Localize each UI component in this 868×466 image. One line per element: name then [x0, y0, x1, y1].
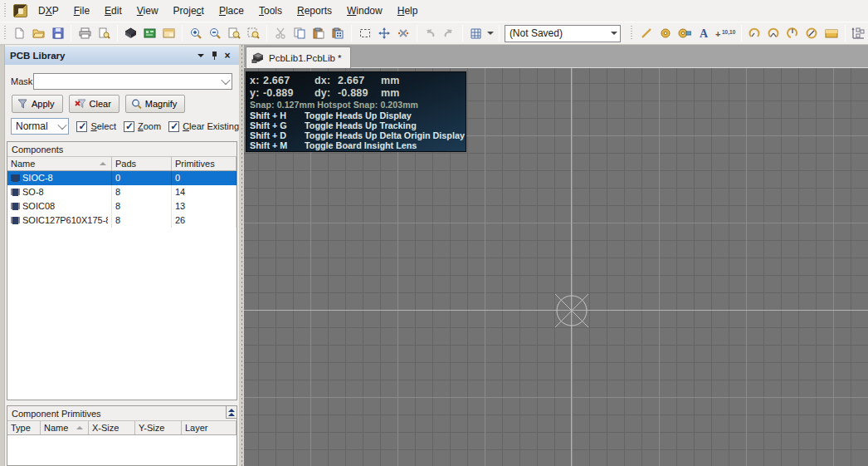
select-checkbox-box[interactable] [76, 121, 87, 132]
hud-x-value: 2.667 [263, 75, 303, 86]
svg-text:10,10: 10,10 [722, 29, 736, 36]
deselect-all-icon[interactable] [393, 23, 412, 43]
move-object-icon[interactable] [374, 23, 393, 43]
component-row-soic08[interactable]: SOIC08 8 13 [7, 199, 237, 213]
clear-button[interactable]: Clear [69, 95, 119, 113]
apply-button-label: Apply [32, 99, 55, 109]
filter-mode-dropdown-icon[interactable] [56, 119, 68, 134]
column-x-size[interactable]: X-Size [89, 421, 135, 434]
mask-row: Mask [5, 73, 239, 90]
filter-mode-combobox[interactable]: Normal [11, 118, 69, 135]
workspace-panels-icon[interactable] [159, 23, 178, 43]
zoom-selection-icon[interactable] [244, 23, 263, 43]
view-3d-icon[interactable] [121, 23, 140, 43]
zoom-out-icon[interactable] [206, 23, 225, 43]
toolbar-grip[interactable] [2, 26, 7, 41]
menu-place[interactable]: Place [212, 2, 251, 20]
component-row-sioc-8[interactable]: SIOC-8 0 0 [7, 171, 237, 185]
copy-icon[interactable] [290, 23, 309, 43]
filter-buttons: Apply Clear Magnify [5, 95, 239, 113]
component-primitives-section: Component Primitives Type Name X-Size Y-… [7, 405, 237, 466]
cut-icon[interactable] [271, 23, 290, 43]
column-name[interactable]: Name [7, 157, 112, 170]
column-primitives[interactable]: Primitives [172, 157, 237, 170]
print-icon[interactable] [75, 23, 94, 43]
sort-ascending-icon [100, 162, 106, 165]
zoom-checkbox-label: Zoom [138, 121, 161, 131]
menu-file[interactable]: File [66, 2, 97, 20]
place-arc-center-icon[interactable] [745, 23, 764, 43]
select-area-icon[interactable] [355, 23, 374, 43]
select-checkbox[interactable]: Select [76, 121, 116, 132]
place-line-icon[interactable] [636, 23, 656, 43]
zoom-checkbox-box[interactable] [124, 121, 134, 132]
component-row-so-8[interactable]: SO-8 8 14 [7, 185, 237, 199]
place-arc-edge-icon[interactable] [764, 23, 783, 43]
mask-label: Mask [5, 76, 33, 86]
apply-button[interactable]: Apply [12, 95, 63, 113]
place-string-icon[interactable]: A [695, 23, 714, 43]
panel-close-icon[interactable]: × [221, 49, 234, 62]
panel-pin-icon[interactable] [207, 49, 221, 62]
column-y-size[interactable]: Y-Size [135, 421, 182, 434]
menu-help[interactable]: Help [390, 2, 426, 20]
components-table-body: SIOC-8 0 0 SO-8 8 14 SOIC08 8 13 SOIC127… [7, 171, 237, 400]
clear-existing-checkbox-box[interactable] [168, 121, 179, 132]
save-document-icon[interactable] [48, 23, 67, 43]
menu-edit[interactable]: Edit [97, 2, 129, 20]
menu-bar: DXP File Edit View Project Place Tools R… [0, 0, 868, 22]
paste-icon[interactable] [310, 23, 329, 43]
components-column-header: Name Pads Primitives [7, 157, 237, 171]
menu-window[interactable]: Window [339, 2, 390, 20]
column-pads[interactable]: Pads [112, 157, 172, 170]
select-checkbox-label: Select [90, 121, 116, 131]
magnify-button[interactable]: Magnify [125, 95, 186, 113]
zoom-in-icon[interactable] [186, 23, 205, 43]
column-type[interactable]: Type [7, 421, 41, 434]
footprint-icon [11, 216, 20, 225]
clear-button-label: Clear [90, 99, 111, 109]
collapse-section-icon[interactable] [226, 405, 237, 419]
magnify-button-label: Magnify [145, 99, 178, 109]
clear-existing-checkbox[interactable]: Clear Existing [168, 121, 239, 132]
undo-icon[interactable] [421, 23, 440, 43]
footprint-icon [11, 174, 20, 183]
hud-shortcut-row: Shift + MToggle Board Insight Lens [250, 140, 466, 150]
component-row-soic127p610x175[interactable]: SOIC127P610X175-8N 8 26 [7, 213, 237, 228]
panel-menu-icon[interactable] [194, 49, 207, 62]
grid-preset-combo[interactable]: (Not Saved) [505, 25, 621, 42]
menubar-grip[interactable] [2, 3, 7, 18]
place-coordinate-icon[interactable]: +10,10 [714, 23, 738, 43]
zoom-checkbox[interactable]: Zoom [124, 121, 161, 132]
filter-options-row: Normal Select Zoom Clear Existing [5, 118, 239, 135]
place-fill-icon[interactable] [822, 23, 841, 43]
document-tab[interactable]: PcbLib1.PcbLib * [246, 47, 351, 68]
redo-icon[interactable] [440, 23, 459, 43]
mask-dropdown-icon[interactable] [219, 74, 232, 89]
new-document-icon[interactable] [10, 23, 29, 43]
place-pad-icon[interactable] [656, 23, 675, 43]
grid-preset-arrow-icon[interactable] [607, 26, 620, 42]
pcb-editor-canvas[interactable]: x:2.667 dx:2.667 mm y:-0.889 dy:-0.889 m… [244, 68, 868, 466]
snap-grid-dropdown[interactable] [485, 23, 495, 43]
snap-grid-icon[interactable] [466, 23, 485, 43]
column-prim-name[interactable]: Name [41, 421, 89, 434]
menu-view[interactable]: View [129, 2, 166, 20]
placement-toolbar-grip[interactable] [629, 26, 634, 41]
array-tool-icon[interactable] [849, 23, 868, 43]
column-layer[interactable]: Layer [182, 421, 237, 434]
menu-dxp[interactable]: DXP [31, 2, 66, 20]
place-via-icon[interactable] [675, 23, 694, 43]
mask-combobox[interactable] [33, 73, 232, 90]
print-preview-icon[interactable] [95, 23, 114, 43]
place-full-circle-icon[interactable] [802, 23, 822, 43]
menu-project[interactable]: Project [166, 2, 212, 20]
dxp-logo-icon[interactable] [13, 4, 27, 17]
browse-pcb-icon[interactable] [140, 23, 159, 43]
place-arc-angle-icon[interactable] [783, 23, 802, 43]
menu-tools[interactable]: Tools [251, 2, 290, 20]
paste-array-icon[interactable] [329, 23, 348, 43]
zoom-document-icon[interactable] [225, 23, 244, 43]
open-document-icon[interactable] [29, 23, 48, 43]
menu-reports[interactable]: Reports [290, 2, 339, 20]
